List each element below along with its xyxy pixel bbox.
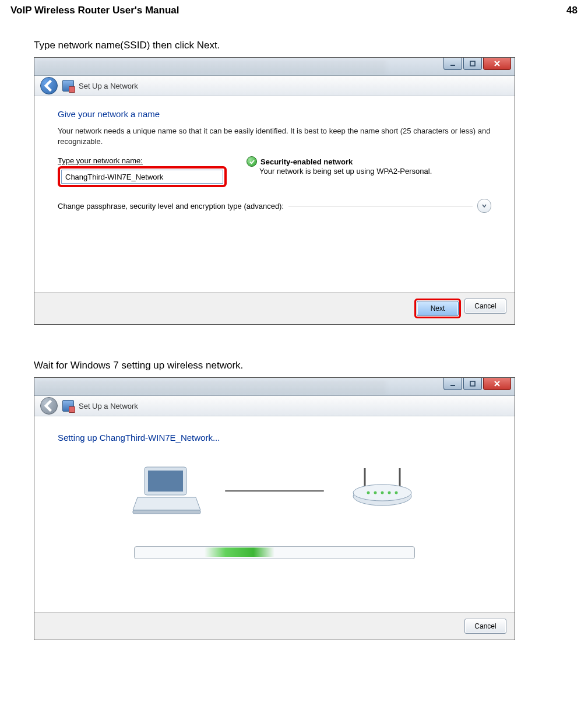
laptop-icon (132, 464, 202, 518)
section-heading: Give your network a name (58, 109, 491, 119)
next-highlight-box: Next (414, 299, 461, 318)
next-button[interactable]: Next (417, 301, 459, 316)
svg-point-12 (374, 492, 377, 494)
progress-bar (134, 546, 415, 559)
manual-header: VoIP Wireless Router User's Manual 48 (10, 5, 578, 16)
ssid-highlight-box (58, 166, 227, 187)
wizard-header: Set Up a Network (34, 396, 515, 416)
router-icon (347, 464, 417, 518)
maximize-button[interactable] (463, 58, 482, 70)
expand-advanced-button[interactable] (477, 199, 491, 213)
svg-point-13 (381, 492, 384, 494)
maximize-button[interactable] (463, 378, 482, 390)
close-button[interactable] (483, 378, 511, 390)
minimize-button[interactable] (443, 378, 462, 390)
divider (288, 206, 473, 206)
ssid-field-label: Type your network name: (58, 156, 227, 165)
window-titlebar[interactable] (34, 58, 515, 76)
wizard-title: Set Up a Network (79, 82, 138, 90)
section-description: Your network needs a unique name so that… (58, 126, 491, 147)
page-number: 48 (566, 5, 578, 16)
svg-rect-3 (470, 381, 475, 386)
back-button[interactable] (40, 77, 58, 94)
manual-title: VoIP Wireless Router User's Manual (10, 5, 179, 16)
dialog-setting-up-network: Set Up a Network Setting up ChangThird-W… (34, 377, 515, 640)
network-app-icon (62, 400, 74, 412)
connection-line (225, 490, 324, 492)
network-app-icon (62, 80, 74, 92)
svg-rect-6 (133, 510, 200, 514)
wizard-title: Set Up a Network (79, 402, 138, 410)
svg-rect-1 (470, 61, 475, 66)
progress-heading: Setting up ChangThird-WIN7E_Network... (58, 433, 491, 443)
security-heading: Security-enabled network (260, 157, 353, 166)
svg-point-14 (388, 492, 391, 494)
ssid-input[interactable] (61, 170, 223, 184)
dialog-footer: Next Cancel (34, 292, 515, 324)
cancel-button[interactable]: Cancel (464, 619, 506, 634)
svg-point-15 (395, 492, 398, 494)
svg-rect-5 (148, 471, 183, 492)
devices-illustration (58, 459, 491, 523)
security-subtext: Your network is being set up using WPA2-… (259, 167, 491, 176)
svg-point-11 (367, 492, 370, 494)
minimize-button[interactable] (443, 58, 462, 70)
wizard-header: Set Up a Network (34, 76, 515, 96)
security-enabled-icon (247, 156, 257, 167)
dialog-set-up-network-name: Set Up a Network Give your network a nam… (34, 57, 515, 325)
progress-indicator (205, 547, 274, 557)
instruction-text-1: Type network name(SSID) then click Next. (34, 40, 578, 51)
close-button[interactable] (483, 58, 511, 70)
dialog-footer: Cancel (34, 612, 515, 640)
back-button-disabled (40, 397, 58, 415)
window-titlebar[interactable] (34, 378, 515, 396)
cancel-button[interactable]: Cancel (464, 299, 506, 314)
advanced-options-label: Change passphrase, security level and en… (58, 202, 284, 210)
instruction-text-2: Wait for Windows 7 setting up wireless n… (34, 360, 578, 371)
